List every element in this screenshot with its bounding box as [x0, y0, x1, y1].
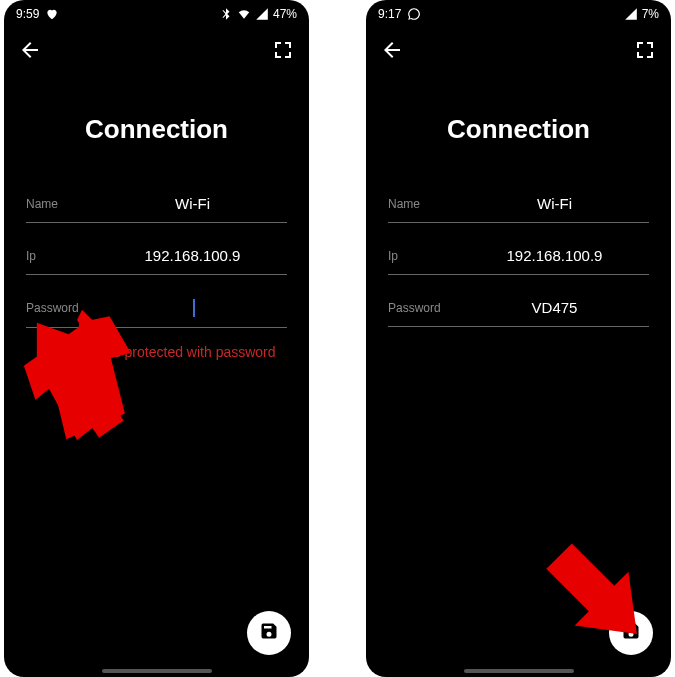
- signal-icon: [624, 7, 638, 21]
- nav-handle: [464, 669, 574, 673]
- save-button[interactable]: [247, 611, 291, 655]
- nav-handle: [102, 669, 212, 673]
- status-battery: 7%: [642, 7, 659, 21]
- page-title: Connection: [366, 114, 671, 145]
- page-title: Connection: [4, 114, 309, 145]
- phone-screen-left: 9:59 47% Connection Name: [4, 0, 309, 677]
- fullscreen-icon[interactable]: [271, 38, 295, 62]
- back-button[interactable]: [380, 38, 404, 62]
- name-input[interactable]: Wi-Fi: [98, 195, 287, 212]
- app-bar: [366, 24, 671, 68]
- status-battery: 47%: [273, 7, 297, 21]
- name-label: Name: [388, 197, 460, 211]
- save-icon: [259, 621, 279, 645]
- signal-icon: [255, 7, 269, 21]
- password-label: Password: [388, 301, 460, 315]
- ip-label: Ip: [388, 249, 460, 263]
- back-button[interactable]: [18, 38, 42, 62]
- app-bar: [4, 24, 309, 68]
- password-input[interactable]: [98, 299, 287, 317]
- save-button[interactable]: [609, 611, 653, 655]
- status-bar: 9:17 7%: [366, 0, 671, 24]
- fullscreen-icon[interactable]: [633, 38, 657, 62]
- name-field-row: Name Wi-Fi: [388, 187, 649, 223]
- ip-label: Ip: [26, 249, 98, 263]
- password-warning: This server is protected with password: [26, 344, 287, 360]
- password-input[interactable]: VD475: [460, 299, 649, 316]
- wifi-icon: [237, 7, 251, 21]
- connection-form: Name Wi-Fi Ip 192.168.100.9 Password VD4…: [366, 187, 671, 327]
- password-field-row: Password VD475: [388, 291, 649, 327]
- connection-form: Name Wi-Fi Ip 192.168.100.9 Password Thi…: [4, 187, 309, 360]
- ip-field-row: Ip 192.168.100.9: [388, 239, 649, 275]
- ip-input[interactable]: 192.168.100.9: [98, 247, 287, 264]
- save-icon: [621, 621, 641, 645]
- phone-screen-right: 9:17 7% Connection Name Wi-Fi Ip 192.168…: [366, 0, 671, 677]
- ip-field-row: Ip 192.168.100.9: [26, 239, 287, 275]
- name-label: Name: [26, 197, 98, 211]
- status-time: 9:17: [378, 7, 401, 21]
- name-field-row: Name Wi-Fi: [26, 187, 287, 223]
- name-input[interactable]: Wi-Fi: [460, 195, 649, 212]
- heart-icon: [45, 7, 59, 21]
- ip-input[interactable]: 192.168.100.9: [460, 247, 649, 264]
- password-field-row: Password: [26, 291, 287, 328]
- password-label: Password: [26, 301, 98, 315]
- whatsapp-icon: [407, 7, 421, 21]
- status-bar: 9:59 47%: [4, 0, 309, 24]
- status-time: 9:59: [16, 7, 39, 21]
- bluetooth-icon: [219, 7, 233, 21]
